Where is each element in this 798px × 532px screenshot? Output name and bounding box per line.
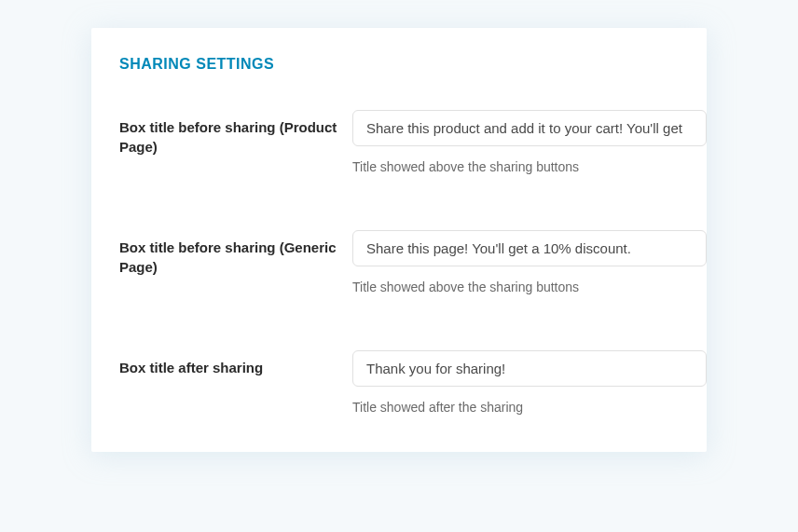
control-wrap-before-product: Title showed above the sharing buttons	[352, 110, 707, 174]
input-before-product[interactable]	[352, 110, 707, 146]
section-title: SHARING SETTINGS	[119, 56, 707, 73]
field-row-before-product: Box title before sharing (Product Page) …	[119, 110, 707, 174]
help-after: Title showed after the sharing	[352, 400, 707, 415]
label-after: Box title after sharing	[119, 350, 352, 377]
control-wrap-after: Title showed after the sharing	[352, 350, 707, 415]
input-after[interactable]	[352, 350, 707, 387]
field-row-after: Box title after sharing Title showed aft…	[119, 350, 707, 415]
sharing-settings-panel: SHARING SETTINGS Box title before sharin…	[91, 28, 707, 452]
input-before-generic[interactable]	[352, 230, 707, 266]
help-before-generic: Title showed above the sharing buttons	[352, 280, 707, 294]
help-before-product: Title showed above the sharing buttons	[352, 159, 707, 174]
field-row-before-generic: Box title before sharing (Generic Page) …	[119, 230, 707, 294]
label-before-product: Box title before sharing (Product Page)	[119, 110, 352, 157]
control-wrap-before-generic: Title showed above the sharing buttons	[352, 230, 707, 294]
label-before-generic: Box title before sharing (Generic Page)	[119, 230, 352, 277]
